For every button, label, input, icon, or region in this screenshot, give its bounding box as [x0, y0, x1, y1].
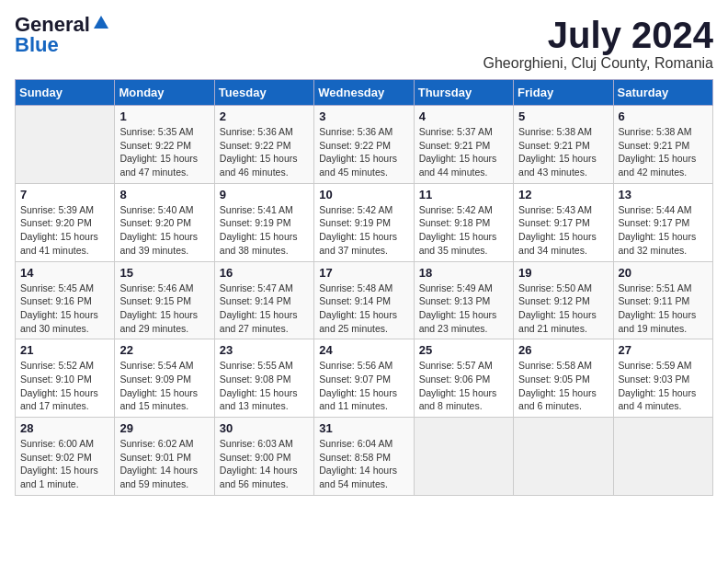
- calendar-week-5: 28Sunrise: 6:00 AMSunset: 9:02 PMDayligh…: [16, 418, 713, 496]
- day-number: 23: [220, 343, 309, 357]
- calendar-cell: 5Sunrise: 5:38 AMSunset: 9:21 PMDaylight…: [514, 106, 613, 184]
- calendar-cell: 25Sunrise: 5:57 AMSunset: 9:06 PMDayligh…: [414, 339, 513, 418]
- day-number: 22: [119, 343, 209, 357]
- calendar-cell: 28Sunrise: 6:00 AMSunset: 9:02 PMDayligh…: [16, 418, 115, 496]
- day-number: 19: [518, 266, 608, 280]
- day-info: Sunrise: 5:52 AMSunset: 9:10 PMDaylight:…: [20, 359, 109, 413]
- calendar-cell: 9Sunrise: 5:41 AMSunset: 9:19 PMDaylight…: [214, 183, 313, 261]
- day-info: Sunrise: 6:04 AMSunset: 8:58 PMDaylight:…: [319, 437, 408, 491]
- day-number: 12: [518, 188, 608, 201]
- title-section: July 2024 Gheorghieni, Cluj County, Roma…: [483, 15, 714, 72]
- day-info: Sunrise: 5:37 AMSunset: 9:21 PMDaylight:…: [419, 125, 508, 179]
- day-info: Sunrise: 5:39 AMSunset: 9:20 PMDaylight:…: [20, 203, 109, 258]
- day-info: Sunrise: 5:54 AMSunset: 9:09 PMDaylight:…: [119, 359, 209, 413]
- day-number: 7: [20, 188, 109, 201]
- calendar-week-3: 14Sunrise: 5:45 AMSunset: 9:16 PMDayligh…: [16, 261, 713, 339]
- calendar-cell: 7Sunrise: 5:39 AMSunset: 9:20 PMDaylight…: [16, 183, 115, 261]
- calendar-cell: 22Sunrise: 5:54 AMSunset: 9:09 PMDayligh…: [115, 339, 214, 418]
- day-number: 15: [119, 266, 209, 280]
- calendar-cell: 3Sunrise: 5:36 AMSunset: 9:22 PMDaylight…: [314, 106, 414, 184]
- calendar-cell: [414, 418, 513, 496]
- day-info: Sunrise: 5:51 AMSunset: 9:11 PMDaylight:…: [619, 282, 708, 336]
- day-info: Sunrise: 5:35 AMSunset: 9:22 PMDaylight:…: [119, 125, 209, 179]
- day-info: Sunrise: 5:57 AMSunset: 9:06 PMDaylight:…: [419, 359, 508, 413]
- month-title: July 2024: [483, 15, 714, 55]
- calendar-header: SundayMondayTuesdayWednesdayThursdayFrid…: [16, 80, 713, 106]
- day-number: 6: [619, 109, 708, 123]
- day-number: 9: [220, 188, 309, 201]
- day-info: Sunrise: 5:48 AMSunset: 9:14 PMDaylight:…: [319, 282, 408, 336]
- day-number: 13: [619, 188, 708, 201]
- calendar-cell: 21Sunrise: 5:52 AMSunset: 9:10 PMDayligh…: [16, 339, 115, 418]
- header: General Blue July 2024 Gheorghieni, Cluj…: [15, 15, 713, 72]
- calendar-cell: 29Sunrise: 6:02 AMSunset: 9:01 PMDayligh…: [115, 418, 214, 496]
- calendar-body: 1Sunrise: 5:35 AMSunset: 9:22 PMDaylight…: [16, 106, 713, 496]
- day-number: 2: [220, 109, 309, 123]
- day-number: 20: [619, 266, 708, 280]
- calendar-week-4: 21Sunrise: 5:52 AMSunset: 9:10 PMDayligh…: [16, 339, 713, 418]
- day-header-wednesday: Wednesday: [314, 80, 414, 106]
- calendar-cell: 1Sunrise: 5:35 AMSunset: 9:22 PMDaylight…: [115, 106, 214, 184]
- day-info: Sunrise: 5:56 AMSunset: 9:07 PMDaylight:…: [319, 359, 408, 413]
- day-header-tuesday: Tuesday: [214, 80, 313, 106]
- day-info: Sunrise: 6:00 AMSunset: 9:02 PMDaylight:…: [20, 437, 109, 491]
- calendar-cell: 26Sunrise: 5:58 AMSunset: 9:05 PMDayligh…: [514, 339, 613, 418]
- calendar-cell: [613, 418, 712, 496]
- day-info: Sunrise: 5:58 AMSunset: 9:05 PMDaylight:…: [518, 359, 608, 413]
- calendar-cell: 4Sunrise: 5:37 AMSunset: 9:21 PMDaylight…: [414, 106, 513, 184]
- day-number: 31: [319, 421, 408, 435]
- calendar-cell: 14Sunrise: 5:45 AMSunset: 9:16 PMDayligh…: [16, 261, 115, 339]
- calendar-cell: 20Sunrise: 5:51 AMSunset: 9:11 PMDayligh…: [613, 261, 712, 339]
- day-info: Sunrise: 5:42 AMSunset: 9:18 PMDaylight:…: [419, 203, 508, 258]
- day-number: 21: [20, 343, 109, 357]
- day-number: 27: [619, 343, 708, 357]
- calendar-cell: 2Sunrise: 5:36 AMSunset: 9:22 PMDaylight…: [214, 106, 313, 184]
- calendar-cell: 30Sunrise: 6:03 AMSunset: 9:00 PMDayligh…: [214, 418, 313, 496]
- day-number: 17: [319, 266, 408, 280]
- day-number: 10: [319, 188, 408, 201]
- day-info: Sunrise: 5:49 AMSunset: 9:13 PMDaylight:…: [419, 282, 508, 336]
- day-number: 18: [419, 266, 508, 280]
- day-info: Sunrise: 5:47 AMSunset: 9:14 PMDaylight:…: [220, 282, 309, 336]
- day-number: 5: [518, 109, 608, 123]
- calendar-cell: [16, 106, 115, 184]
- calendar-cell: 8Sunrise: 5:40 AMSunset: 9:20 PMDaylight…: [115, 183, 214, 261]
- day-number: 4: [419, 109, 508, 123]
- calendar-cell: 19Sunrise: 5:50 AMSunset: 9:12 PMDayligh…: [514, 261, 613, 339]
- calendar-table: SundayMondayTuesdayWednesdayThursdayFrid…: [15, 79, 713, 496]
- day-info: Sunrise: 5:55 AMSunset: 9:08 PMDaylight:…: [220, 359, 309, 413]
- calendar-week-2: 7Sunrise: 5:39 AMSunset: 9:20 PMDaylight…: [16, 183, 713, 261]
- day-number: 24: [319, 343, 408, 357]
- day-header-sunday: Sunday: [16, 80, 115, 106]
- calendar-cell: 13Sunrise: 5:44 AMSunset: 9:17 PMDayligh…: [613, 183, 712, 261]
- day-header-thursday: Thursday: [414, 80, 513, 106]
- calendar-cell: 23Sunrise: 5:55 AMSunset: 9:08 PMDayligh…: [214, 339, 313, 418]
- location-title: Gheorghieni, Cluj County, Romania: [483, 55, 714, 72]
- day-info: Sunrise: 5:50 AMSunset: 9:12 PMDaylight:…: [518, 282, 608, 336]
- logo-general-text: General: [15, 15, 90, 35]
- calendar-cell: 6Sunrise: 5:38 AMSunset: 9:21 PMDaylight…: [613, 106, 712, 184]
- day-header-monday: Monday: [115, 80, 214, 106]
- day-info: Sunrise: 5:59 AMSunset: 9:03 PMDaylight:…: [619, 359, 708, 413]
- logo-arrow-icon: [92, 14, 110, 32]
- day-number: 28: [20, 421, 109, 435]
- day-info: Sunrise: 5:40 AMSunset: 9:20 PMDaylight:…: [119, 203, 209, 258]
- day-info: Sunrise: 5:38 AMSunset: 9:21 PMDaylight:…: [619, 125, 708, 179]
- calendar-cell: 11Sunrise: 5:42 AMSunset: 9:18 PMDayligh…: [414, 183, 513, 261]
- day-info: Sunrise: 5:36 AMSunset: 9:22 PMDaylight:…: [319, 125, 408, 179]
- day-number: 29: [119, 421, 209, 435]
- svg-marker-0: [94, 16, 108, 29]
- calendar-cell: 15Sunrise: 5:46 AMSunset: 9:15 PMDayligh…: [115, 261, 214, 339]
- calendar-week-1: 1Sunrise: 5:35 AMSunset: 9:22 PMDaylight…: [16, 106, 713, 184]
- day-number: 16: [220, 266, 309, 280]
- day-number: 25: [419, 343, 508, 357]
- calendar-cell: 17Sunrise: 5:48 AMSunset: 9:14 PMDayligh…: [314, 261, 414, 339]
- calendar-cell: [514, 418, 613, 496]
- calendar-cell: 31Sunrise: 6:04 AMSunset: 8:58 PMDayligh…: [314, 418, 414, 496]
- day-number: 26: [518, 343, 608, 357]
- day-header-friday: Friday: [514, 80, 613, 106]
- calendar-cell: 18Sunrise: 5:49 AMSunset: 9:13 PMDayligh…: [414, 261, 513, 339]
- day-number: 14: [20, 266, 109, 280]
- logo-blue-text: Blue: [15, 35, 59, 55]
- day-number: 11: [419, 188, 508, 201]
